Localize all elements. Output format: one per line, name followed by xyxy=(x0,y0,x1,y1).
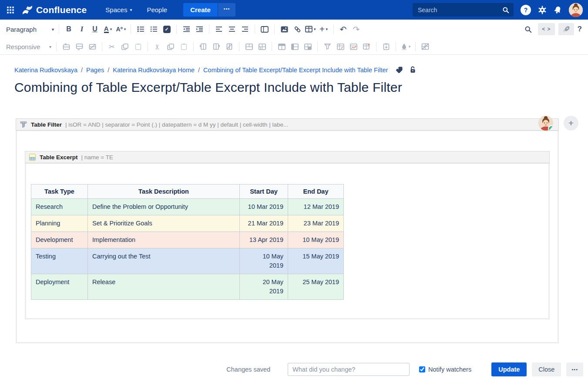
header-more-button[interactable]: ••• xyxy=(218,3,236,17)
launch-rocket-button[interactable] xyxy=(558,23,574,35)
change-comment-input[interactable] xyxy=(288,363,410,376)
copy-button[interactable] xyxy=(164,40,177,53)
cut-button[interactable]: ✂ xyxy=(151,40,164,53)
more-formatting-button[interactable]: Aº▾ xyxy=(114,23,128,36)
table-cell[interactable]: Testing xyxy=(31,248,88,274)
table-cell[interactable]: 12 Mar 2019 xyxy=(288,199,344,215)
cut-row-button[interactable]: ✂ xyxy=(105,40,118,53)
outdent-button[interactable] xyxy=(180,23,193,36)
add-button[interactable]: + xyxy=(564,116,578,131)
paste-row-button[interactable] xyxy=(131,40,144,53)
table-cell[interactable]: Research xyxy=(31,199,88,215)
footer-more-button[interactable]: ••• xyxy=(566,362,583,376)
align-left-button[interactable] xyxy=(212,23,225,36)
source-editor-button[interactable]: < > xyxy=(538,23,554,35)
align-right-button[interactable] xyxy=(239,23,252,36)
paste-table-button[interactable] xyxy=(380,40,393,53)
table-cell[interactable]: 21 Mar 2019 xyxy=(240,215,288,232)
italic-button[interactable]: I xyxy=(75,23,88,36)
table-cell[interactable]: Set & Prioritize Goals xyxy=(88,215,240,232)
editor-help-button[interactable]: ? xyxy=(578,25,582,34)
table-cell[interactable]: Carrying out the Test xyxy=(88,248,240,274)
insert-column-before-button[interactable] xyxy=(197,40,210,53)
table-cell[interactable]: 10 May 2019 xyxy=(240,248,288,274)
create-button[interactable]: Create xyxy=(183,3,218,17)
insert-image-button[interactable] xyxy=(278,23,291,36)
table-cell[interactable]: 23 Mar 2019 xyxy=(288,215,344,232)
copy-row-button[interactable] xyxy=(118,40,131,53)
column-header[interactable]: Task Description xyxy=(88,184,240,199)
table-cell[interactable]: Planning xyxy=(31,215,88,232)
close-button[interactable]: Close xyxy=(532,362,561,376)
column-header[interactable]: Task Type xyxy=(31,184,88,199)
insert-link-button[interactable] xyxy=(291,23,304,36)
app-switcher-icon[interactable] xyxy=(7,7,14,13)
column-header[interactable]: Start Day xyxy=(240,184,288,199)
labels-tag-icon[interactable] xyxy=(396,66,403,74)
notifications-button[interactable] xyxy=(554,6,562,14)
bullet-list-button[interactable] xyxy=(134,23,147,36)
split-cells-button[interactable] xyxy=(255,40,269,53)
breadcrumb-link-space[interactable]: Katerina Rudkovskaya xyxy=(14,67,77,74)
breadcrumb-link-pages[interactable]: Pages xyxy=(86,67,104,74)
table-cell[interactable]: 10 May 2019 xyxy=(288,232,344,248)
table-mode-dropdown[interactable]: Responsive▾ xyxy=(4,40,53,53)
paragraph-style-dropdown[interactable]: Paragraph▾ xyxy=(4,23,56,36)
page-layout-button[interactable] xyxy=(258,23,271,36)
table-filter-macro-header[interactable]: Table Filter | isOR = AND | separator = … xyxy=(16,118,559,131)
nav-spaces[interactable]: Spaces▾ xyxy=(100,6,138,13)
indent-button[interactable] xyxy=(193,23,206,36)
profile-avatar[interactable] xyxy=(569,3,583,17)
breadcrumb-link-home[interactable]: Katerina Rudkovskaya Home xyxy=(113,67,195,74)
paste-button[interactable] xyxy=(177,40,190,53)
help-button[interactable]: ? xyxy=(521,5,531,15)
table-cell[interactable]: Deployment xyxy=(31,274,88,300)
heading-column-button[interactable] xyxy=(288,40,301,53)
settings-button[interactable] xyxy=(538,6,547,14)
remove-table-button[interactable] xyxy=(419,40,432,53)
new-inline-table-button[interactable] xyxy=(360,40,373,53)
merge-cells-button[interactable] xyxy=(242,40,255,53)
page-title[interactable]: Combining of Table Excerpt/Table Excerpt… xyxy=(14,80,588,95)
insert-table-button[interactable]: ▾ xyxy=(304,23,317,36)
table-cell[interactable]: 13 Apr 2019 xyxy=(240,232,288,248)
chart-from-table-button[interactable] xyxy=(347,40,360,53)
editing-user-avatar[interactable]: A xyxy=(538,116,553,131)
insert-row-above-button[interactable] xyxy=(60,40,73,53)
column-header[interactable]: End Day xyxy=(288,184,344,199)
bold-button[interactable]: B xyxy=(62,23,75,36)
redo-button[interactable]: ↷ xyxy=(350,23,363,36)
breadcrumb-link-current[interactable]: Combining of Table Excerpt/Table Excerpt… xyxy=(203,67,388,74)
header-search-input[interactable] xyxy=(413,3,514,17)
notify-watchers-checkbox[interactable] xyxy=(419,366,425,372)
align-center-button[interactable] xyxy=(225,23,239,36)
text-color-button[interactable]: A▾ xyxy=(101,23,114,36)
nav-people[interactable]: People xyxy=(141,6,173,13)
table-cell[interactable]: Implementation xyxy=(88,232,240,248)
confluence-logo[interactable]: Confluence xyxy=(22,4,87,16)
table-cell[interactable]: Release xyxy=(88,274,240,300)
filter-table-button[interactable] xyxy=(321,40,334,53)
delete-column-button[interactable] xyxy=(223,40,236,53)
table-cell[interactable]: Define the Problem or Opportunity xyxy=(88,199,240,215)
heading-cell-button[interactable] xyxy=(301,40,314,53)
insert-column-after-button[interactable] xyxy=(210,40,223,53)
insert-row-below-button[interactable] xyxy=(73,40,86,53)
insert-more-button[interactable]: +▾ xyxy=(317,23,330,36)
numbered-list-button[interactable] xyxy=(147,23,160,36)
delete-row-button[interactable] xyxy=(86,40,99,53)
unlock-icon[interactable] xyxy=(409,66,417,74)
heading-row-button[interactable] xyxy=(275,40,288,53)
cell-color-button[interactable]: ▾ xyxy=(399,40,412,53)
table-excerpt-macro-header[interactable]: Table Excerpt | name = TE xyxy=(25,151,550,163)
find-replace-button[interactable] xyxy=(521,23,534,36)
table-cell[interactable]: 20 May 2019 xyxy=(240,274,288,300)
pivot-table-button[interactable] xyxy=(334,40,347,53)
table-cell[interactable]: 15 May 2019 xyxy=(288,248,344,274)
table-cell[interactable]: 10 Mar 2019 xyxy=(240,199,288,215)
underline-button[interactable]: U xyxy=(88,23,101,36)
table-cell[interactable]: Development xyxy=(31,232,88,248)
task-list-button[interactable]: ✓ xyxy=(160,23,173,36)
update-button[interactable]: Update xyxy=(491,362,527,376)
table-cell[interactable]: 25 May 2019 xyxy=(288,274,344,300)
